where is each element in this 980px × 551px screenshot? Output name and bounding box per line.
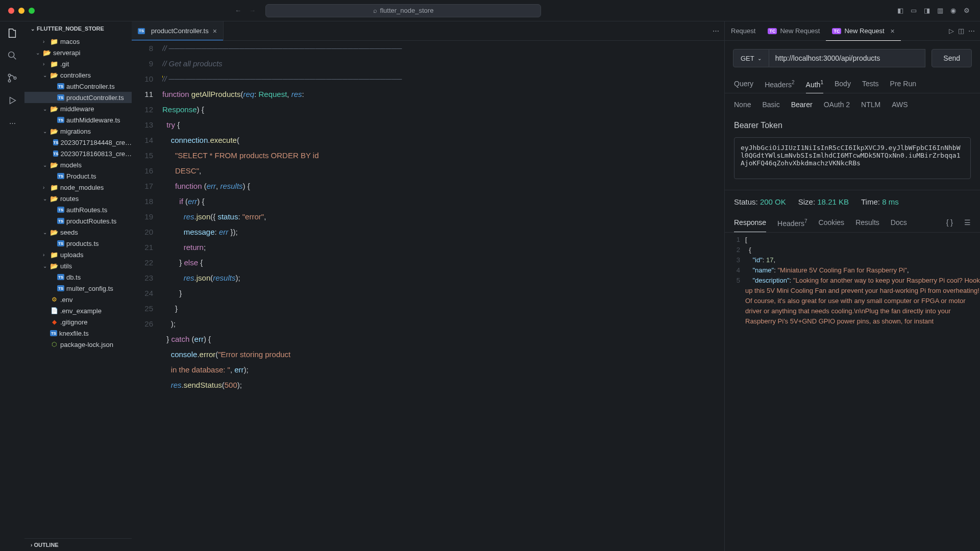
- tab-new-request-1[interactable]: TCNew Request: [762, 21, 826, 40]
- titlebar: ← → ⌕ flutter_node_store ◧ ▭ ◨ ▥ ◉ ⚙: [0, 0, 980, 21]
- run-debug-icon[interactable]: [6, 94, 19, 107]
- auth-oauth2[interactable]: OAuth 2: [824, 101, 850, 109]
- bearer-token-input[interactable]: eyJhbGciOiJIUzI1NiIsInR5cCI6IkpXVCJ9.eyJ…: [734, 137, 971, 179]
- file-package-lock.json[interactable]: ⬡package-lock.json: [24, 339, 132, 350]
- auth-none[interactable]: None: [734, 101, 751, 109]
- more-icon[interactable]: ⋯: [968, 27, 975, 35]
- folder-macos[interactable]: ›📁macos: [24, 36, 132, 47]
- tab-prerun[interactable]: Pre Run: [890, 76, 916, 93]
- file-.env_example[interactable]: 📄.env_example: [24, 305, 132, 316]
- tab-response[interactable]: Response: [734, 213, 766, 232]
- folder-uploads[interactable]: ›📁uploads: [24, 249, 132, 260]
- layout-secondary-icon[interactable]: ◨: [924, 7, 932, 15]
- code-editor[interactable]: 891011121314151617181920212223242526 // …: [132, 41, 724, 551]
- request-row: GET ⌄ Send: [725, 41, 980, 76]
- tab-auth[interactable]: Auth1: [806, 76, 823, 93]
- run-icon[interactable]: ▷: [949, 27, 954, 35]
- nav-back-icon[interactable]: ←: [235, 7, 245, 14]
- tab-request[interactable]: Request: [725, 21, 762, 40]
- tab-label: productController.ts: [151, 27, 209, 35]
- folder-utils[interactable]: ⌄📂utils: [24, 260, 132, 271]
- folder-.git[interactable]: ›📁.git: [24, 58, 132, 69]
- search-activity-icon[interactable]: [6, 49, 19, 62]
- response-status: Status: 200 OK Size: 18.21 KB Time: 8 ms: [725, 190, 980, 213]
- file-.env[interactable]: ⚙.env: [24, 294, 132, 305]
- tc-badge-icon: TC: [832, 28, 841, 34]
- file-.gitignore[interactable]: ◆.gitignore: [24, 316, 132, 328]
- svg-point-2: [8, 80, 11, 82]
- file-products.ts[interactable]: TSproducts.ts: [24, 238, 132, 249]
- file-authMiddleware.ts[interactable]: TSauthMiddleware.ts: [24, 114, 132, 126]
- folder-models[interactable]: ⌄📂models: [24, 159, 132, 170]
- more-icon[interactable]: ⋯: [6, 116, 19, 130]
- auth-bearer[interactable]: Bearer: [791, 101, 813, 109]
- tab-query[interactable]: Query: [734, 76, 753, 93]
- gear-icon[interactable]: ⚙: [964, 7, 972, 15]
- folder-serverapi[interactable]: ⌄📂serverapi: [24, 47, 132, 58]
- tab-more-icon[interactable]: ⋯: [713, 27, 719, 35]
- layout-customize-icon[interactable]: ▥: [937, 7, 945, 15]
- file-multer_config.ts[interactable]: TSmulter_config.ts: [24, 283, 132, 294]
- editor-panel: TS productController.ts × ⋯ 891011121314…: [132, 21, 725, 551]
- tab-new-request-2[interactable]: TCNew Request×: [826, 21, 900, 40]
- close-icon[interactable]: ×: [891, 27, 895, 35]
- file-authRoutes.ts[interactable]: TSauthRoutes.ts: [24, 204, 132, 215]
- explorer-header[interactable]: ⌄ FLUTTER_NODE_STORE: [24, 21, 132, 36]
- minimize-window[interactable]: [18, 8, 24, 14]
- method-select[interactable]: GET ⌄: [733, 49, 769, 67]
- folder-middleware[interactable]: ⌄📂middleware: [24, 103, 132, 114]
- close-window[interactable]: [8, 8, 14, 14]
- chevron-down-icon: ⌄: [757, 56, 762, 61]
- folder-migrations[interactable]: ⌄📂migrations: [24, 126, 132, 137]
- auth-basic[interactable]: Basic: [762, 101, 779, 109]
- response-body[interactable]: 12345 [ { "id": 17, "name": "Miniature 5…: [725, 233, 980, 551]
- folder-controllers[interactable]: ⌄📂controllers: [24, 69, 132, 81]
- account-icon[interactable]: ◉: [950, 7, 959, 15]
- tab-cookies[interactable]: Cookies: [819, 213, 845, 232]
- folder-routes[interactable]: ⌄📂routes: [24, 193, 132, 204]
- file-tree: ›📁macos⌄📂serverapi›📁.git⌄📂controllersTSa…: [24, 36, 132, 538]
- tab-productcontroller[interactable]: TS productController.ts ×: [132, 21, 224, 40]
- menu-icon[interactable]: ☰: [964, 213, 971, 232]
- tab-tests[interactable]: Tests: [862, 76, 879, 93]
- explorer-icon[interactable]: [6, 27, 19, 40]
- nav-forward-icon[interactable]: →: [249, 7, 259, 14]
- api-tabs: Request TCNew Request TCNew Request× ▷ ◫…: [725, 21, 980, 41]
- send-button[interactable]: Send: [932, 49, 972, 67]
- tab-body[interactable]: Body: [835, 76, 851, 93]
- layout-panel-icon[interactable]: ▭: [911, 7, 919, 15]
- auth-types: None Basic Bearer OAuth 2 NTLM AWS: [725, 93, 980, 116]
- tc-badge-icon: TC: [768, 28, 777, 34]
- folder-node_modules[interactable]: ›📁node_modules: [24, 182, 132, 193]
- braces-icon[interactable]: { }: [946, 213, 953, 232]
- file-Product.ts[interactable]: TSProduct.ts: [24, 170, 132, 182]
- bearer-token-label: Bearer Token: [734, 121, 971, 130]
- split-icon[interactable]: ◫: [958, 27, 964, 35]
- source-control-icon[interactable]: [6, 71, 19, 85]
- maximize-window[interactable]: [29, 8, 35, 14]
- file-authController.ts[interactable]: TSauthController.ts: [24, 81, 132, 92]
- command-center[interactable]: ⌕ flutter_node_store: [265, 4, 541, 17]
- layout-primary-icon[interactable]: ◧: [897, 7, 905, 15]
- file-productController.ts[interactable]: TSproductController.ts: [24, 92, 132, 103]
- svg-point-0: [9, 52, 14, 58]
- response-tabs: Response Headers7 Cookies Results Docs {…: [725, 213, 980, 233]
- tab-docs[interactable]: Docs: [891, 213, 907, 232]
- auth-ntlm[interactable]: NTLM: [861, 101, 880, 109]
- sidebar: ⌄ FLUTTER_NODE_STORE ›📁macos⌄📂serverapi›…: [24, 21, 132, 551]
- file-productRoutes.ts[interactable]: TSproductRoutes.ts: [24, 215, 132, 227]
- outline-section[interactable]: › OUTLINE: [24, 538, 132, 551]
- tab-resp-headers[interactable]: Headers7: [777, 213, 807, 233]
- file-knexfile.ts[interactable]: TSknexfile.ts: [24, 328, 132, 339]
- tab-results[interactable]: Results: [855, 213, 879, 232]
- close-icon[interactable]: ×: [213, 27, 217, 35]
- file-20230717184448_cre…[interactable]: TS20230717184448_cre…: [24, 137, 132, 148]
- auth-aws[interactable]: AWS: [892, 101, 908, 109]
- tab-headers[interactable]: Headers2: [765, 76, 794, 93]
- folder-seeds[interactable]: ⌄📂seeds: [24, 227, 132, 238]
- url-input[interactable]: [769, 49, 926, 67]
- thunder-client-panel: Request TCNew Request TCNew Request× ▷ ◫…: [725, 21, 980, 551]
- window-controls: [8, 8, 35, 14]
- file-20230718160813_cre…[interactable]: TS20230718160813_cre…: [24, 148, 132, 159]
- file-db.ts[interactable]: TSdb.ts: [24, 271, 132, 283]
